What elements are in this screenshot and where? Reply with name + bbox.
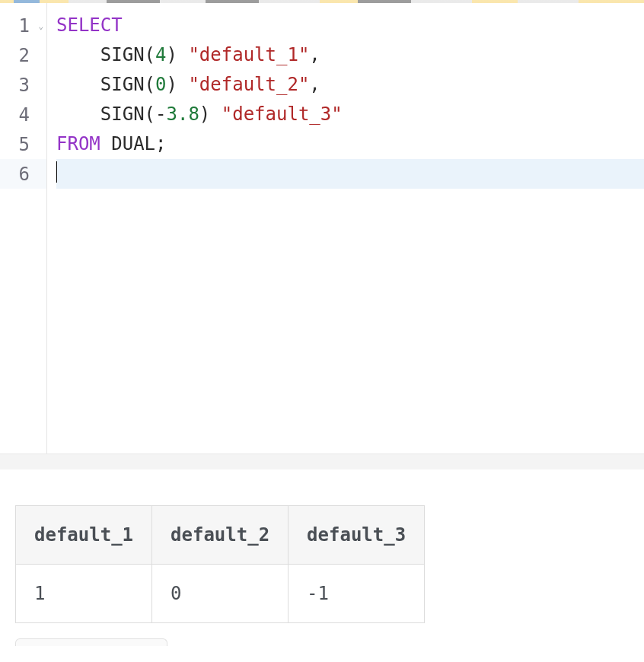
column-header[interactable]: default_1 [16,506,152,565]
code-area[interactable]: SELECT SIGN(4) "default_1", SIGN(0) "def… [47,3,644,454]
line-number: 6 [0,159,46,189]
line-number-text: 4 [19,104,30,126]
fn-sign: SIGN [100,103,145,125]
cell[interactable]: 1 [16,565,152,623]
fn-sign: SIGN [100,74,145,95]
string-alias: "default_2" [188,74,309,95]
line-number: 3 [0,70,46,100]
code-line[interactable]: SIGN(0) "default_2", [56,70,644,100]
table-dual: DUAL [111,133,155,154]
code-line-active[interactable] [56,159,644,189]
semicolon: ; [155,133,166,154]
neg-sign: - [155,103,166,125]
line-number: 2 [0,40,46,70]
line-number: 4 [0,100,46,129]
line-number-text: 5 [19,134,30,155]
num-literal: 0 [155,74,166,95]
string-alias: "default_3" [222,103,343,125]
keyword-from: FROM [56,133,100,154]
line-number-text: 6 [19,164,30,185]
table-row: 1 0 -1 [16,565,425,623]
line-number-text: 1 [19,15,30,37]
code-line[interactable]: SIGN(-3.8) "default_3" [56,100,644,129]
code-line[interactable]: SIGN(4) "default_1", [56,40,644,70]
line-number: 1 ⌄ [0,11,46,40]
chevron-down-icon[interactable]: ⌄ [38,21,43,30]
cell[interactable]: -1 [289,565,425,623]
cell[interactable]: 0 [152,565,289,623]
keyword-select: SELECT [56,14,123,36]
line-number: 5 [0,129,46,159]
code-line[interactable]: FROM DUAL; [56,129,644,159]
column-header[interactable]: default_3 [289,506,425,565]
num-literal: 4 [155,44,166,65]
text-cursor [56,161,57,183]
column-header[interactable]: default_2 [152,506,289,565]
code-line[interactable]: SELECT [56,11,644,40]
results-panel: default_1 default_2 default_3 1 0 -1 [0,470,644,623]
pane-divider[interactable] [0,454,644,470]
string-alias: "default_1" [188,44,309,65]
sql-editor: 1 ⌄ 2 3 4 5 6 SELECT SIGN(4) "default_1"… [0,3,644,454]
num-literal: 3.8 [167,103,199,125]
truncated-button[interactable] [15,638,167,646]
line-number-gutter: 1 ⌄ 2 3 4 5 6 [0,3,47,454]
line-number-text: 3 [19,75,30,96]
line-number-text: 2 [19,45,30,66]
results-table: default_1 default_2 default_3 1 0 -1 [15,505,425,623]
table-header-row: default_1 default_2 default_3 [16,506,425,565]
fn-sign: SIGN [100,44,145,65]
